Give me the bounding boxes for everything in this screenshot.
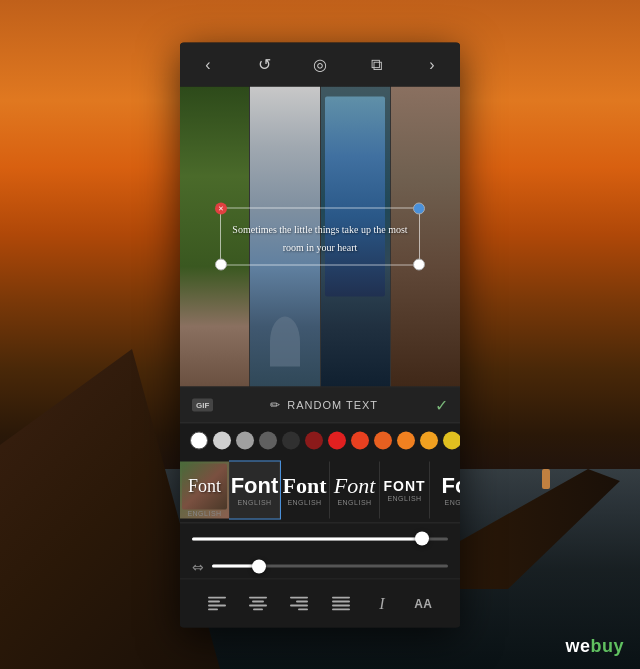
svg-rect-11	[298, 608, 308, 610]
svg-rect-7	[253, 608, 263, 610]
italic-button[interactable]: I	[366, 589, 398, 617]
align-left-button[interactable]	[201, 589, 233, 617]
color-orange2[interactable]	[397, 431, 415, 449]
webuy-watermark: webuy	[565, 636, 624, 657]
overlay-text: Sometimes the little things take up the …	[232, 223, 407, 252]
svg-rect-3	[208, 608, 218, 610]
text-case-button[interactable]: AA	[407, 589, 439, 617]
color-white[interactable]	[190, 431, 208, 449]
font5-preview-text: FONT	[383, 478, 425, 492]
color-dark[interactable]	[282, 431, 300, 449]
font1-preview-text: Font	[188, 476, 221, 497]
spacing-icon: ⇔	[192, 558, 204, 574]
font-item-caps[interactable]: FONT ENGLISH	[380, 461, 430, 518]
size-slider-area	[180, 523, 460, 554]
resize-handle-tr[interactable]	[413, 202, 425, 214]
confirm-button[interactable]: ✓	[435, 395, 448, 414]
svg-rect-6	[249, 604, 267, 606]
app-panel: ‹ ↺ ◎ ⧉ › ✕ Sometimes the little things …	[180, 42, 460, 627]
copy-icon[interactable]: ⧉	[364, 55, 388, 73]
color-red[interactable]	[328, 431, 346, 449]
color-light-gray[interactable]	[213, 431, 231, 449]
font2-preview-text: Font	[231, 474, 279, 496]
color-yellow[interactable]	[443, 431, 460, 449]
gif-badge[interactable]: GIF	[192, 398, 213, 411]
svg-rect-12	[332, 596, 350, 598]
spacing-row: ⇔	[180, 554, 460, 579]
target-icon[interactable]: ◎	[308, 55, 332, 74]
font2-label: ENGLISH	[237, 498, 271, 505]
resize-handle-bl[interactable]	[215, 258, 227, 270]
align-justify-icon	[332, 596, 350, 610]
font4-preview-text: Font	[334, 474, 376, 496]
font6-preview-text: Fo	[442, 474, 460, 496]
resize-handle-br[interactable]	[413, 258, 425, 270]
color-orange[interactable]	[374, 431, 392, 449]
back-button[interactable]: ‹	[196, 55, 220, 73]
color-dark-red[interactable]	[305, 431, 323, 449]
spacing-slider-thumb[interactable]	[252, 559, 266, 573]
webuy-we: we	[565, 636, 590, 656]
svg-rect-9	[296, 600, 308, 602]
spacing-slider-track[interactable]	[212, 565, 448, 568]
svg-rect-13	[332, 600, 350, 602]
color-yellow-orange[interactable]	[420, 431, 438, 449]
delete-handle[interactable]: ✕	[215, 202, 227, 214]
font-item-partial[interactable]: Fo ENGL	[430, 461, 460, 518]
font6-label: ENGL	[444, 498, 460, 505]
collage-area: ✕ Sometimes the little things take up th…	[180, 86, 460, 386]
svg-rect-1	[208, 600, 220, 602]
color-gray[interactable]	[236, 431, 254, 449]
color-dark-gray[interactable]	[259, 431, 277, 449]
size-slider-fill	[192, 537, 417, 540]
align-right-icon	[290, 596, 308, 610]
pencil-icon: ✏	[270, 398, 281, 412]
svg-rect-2	[208, 604, 226, 606]
bottom-bar: GIF ✏ RANDOM TEXT ✓	[180, 386, 460, 627]
svg-rect-14	[332, 604, 350, 606]
font-item-handwritten[interactable]: Font ENGLISH	[180, 461, 230, 518]
align-right-button[interactable]	[283, 589, 315, 617]
webuy-buy: buy	[590, 636, 624, 656]
text-case-icon: AA	[414, 596, 432, 610]
align-center-button[interactable]	[242, 589, 274, 617]
svg-rect-5	[252, 600, 264, 602]
font4-label: ENGLISH	[337, 498, 371, 505]
undo-icon[interactable]: ↺	[252, 55, 276, 74]
align-justify-button[interactable]	[325, 589, 357, 617]
size-slider-thumb[interactable]	[415, 532, 429, 546]
font5-label: ENGLISH	[387, 494, 421, 501]
random-text-label: RANDOM TEXT	[287, 399, 378, 411]
lighthouse	[542, 469, 550, 489]
svg-rect-15	[332, 608, 350, 610]
font-item-cursive[interactable]: Font ENGLISH	[330, 461, 380, 518]
svg-rect-0	[208, 596, 226, 598]
random-text-button[interactable]: ✏ RANDOM TEXT	[270, 398, 378, 412]
top-toolbar: ‹ ↺ ◎ ⧉ ›	[180, 42, 460, 86]
font3-preview-text: Font	[283, 474, 327, 496]
svg-rect-10	[290, 604, 308, 606]
font-row: Font ENGLISH Font ENGLISH Font ENGLISH F…	[180, 457, 460, 523]
font-item-serif[interactable]: Font ENGLISH	[280, 461, 330, 518]
font-item-sans[interactable]: Font ENGLISH	[230, 461, 280, 518]
italic-icon: I	[379, 594, 384, 612]
format-row: I AA	[180, 579, 460, 627]
align-center-icon	[249, 596, 267, 610]
forward-button[interactable]: ›	[420, 55, 444, 73]
font1-label: ENGLISH	[187, 509, 221, 516]
text-overlay-box[interactable]: ✕ Sometimes the little things take up th…	[220, 207, 420, 265]
color-orange-red[interactable]	[351, 431, 369, 449]
align-left-icon	[208, 596, 226, 610]
svg-rect-8	[290, 596, 308, 598]
size-slider-track[interactable]	[192, 537, 448, 540]
font3-label: ENGLISH	[287, 498, 321, 505]
svg-rect-4	[249, 596, 267, 598]
random-text-bar: GIF ✏ RANDOM TEXT ✓	[180, 387, 460, 423]
color-row	[180, 423, 460, 457]
